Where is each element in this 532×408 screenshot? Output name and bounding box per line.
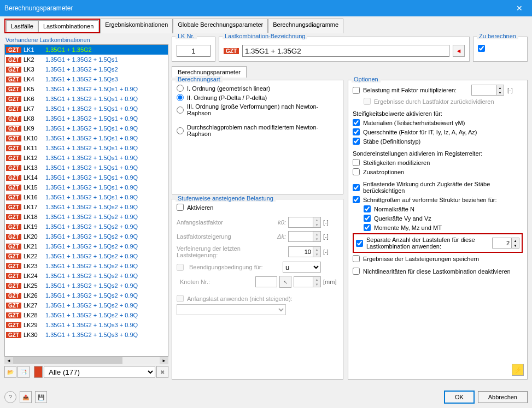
list-row[interactable]: GZTLK201.35G1 + 1.35G2 + 1.5Qs2 + 0.9Q	[5, 232, 168, 241]
lc-name: LK22	[22, 253, 44, 259]
tab-ergebniskombinationen[interactable]: Ergebniskombinationen	[100, 19, 173, 33]
check-aktivieren[interactable]: Aktivieren	[177, 203, 338, 212]
ok-button[interactable]: OK	[444, 391, 475, 404]
list-row[interactable]: GZTLK251.35G1 + 1.35G2 + 1.5Qs2 + 0.9Q	[5, 281, 168, 291]
list-row[interactable]: GZTLK11.35G1 + 1.35G2	[5, 45, 168, 55]
h-scroll-thumb[interactable]	[13, 357, 122, 364]
gzt-badge: GZT	[6, 67, 21, 73]
dropdown-arrow-icon[interactable]: ◄	[453, 45, 465, 57]
cancel-button[interactable]: Abbrechen	[478, 391, 528, 403]
list-row[interactable]: GZTLK21.35G1 + 1.35G2 + 1.5Qs1	[5, 55, 168, 64]
list-row[interactable]: GZTLK151.35G1 + 1.35G2 + 1.5Qs1 + 0.9Q	[5, 182, 168, 192]
folder-open-icon[interactable]: 📂	[4, 366, 16, 378]
list-row[interactable]: GZTLK261.35G1 + 1.35G2 + 1.5Qs2 + 0.9Q	[5, 291, 168, 300]
radio-ordnung-3[interactable]: III. Ordnung (große Verformungen) nach N…	[177, 102, 338, 117]
check-nichtlinear-deakt[interactable]: Nichtlinearitäten für diese Lastkombinat…	[353, 267, 523, 276]
lknr-title: LK Nr.	[176, 33, 197, 39]
list-row[interactable]: GZTLK41.35G1 + 1.35G2 + 1.5Qs3	[5, 74, 168, 84]
list-row[interactable]: GZTLK141.35G1 + 1.35G2 + 1.5Qs1 + 0.9Q	[5, 173, 168, 182]
check-ergebnisse-speichern[interactable]: Ergebnisse der Laststeigerungen speicher…	[353, 254, 523, 263]
spinner-laststufen[interactable]: 2▲▼	[492, 238, 519, 249]
list-row[interactable]: GZTLK161.35G1 + 1.35G2 + 1.5Qs1 + 0.9Q	[5, 192, 168, 202]
input-knoten[interactable]	[255, 276, 277, 287]
spinner-k0[interactable]: ▲▼	[288, 217, 321, 228]
check-materialien[interactable]: Materialien (Teilsicherheitsbeiwert γM)	[353, 118, 523, 127]
filter-combo[interactable]: Alle (177)	[44, 366, 155, 378]
color-box-icon[interactable]	[34, 366, 43, 378]
lc-name: LK19	[22, 223, 44, 230]
help-icon[interactable]: ?	[4, 391, 16, 403]
list-row[interactable]: GZTLK301.35G1 + 1.35G2 + 1.5Qs3 + 0.9Q	[5, 330, 168, 340]
list-row[interactable]: GZTLK71.35G1 + 1.35G2 + 1.5Qs1 + 0.9Q	[5, 104, 168, 114]
tab-lastkombinationen[interactable]: Lastkombinationen	[38, 20, 98, 32]
scroll-left-icon[interactable]: ◄	[4, 357, 13, 364]
scroll-right-icon[interactable]: ►	[160, 357, 168, 364]
check-zusatz[interactable]: Zusatzoptionen	[353, 167, 523, 176]
check-schnittgroessen[interactable]: Schnittgrößen auf verformte Struktur bez…	[353, 195, 523, 204]
lc-label: 1.35G1 + 1.35G2 + 1.5Qs2 + 0.9Q	[45, 233, 167, 240]
list-row[interactable]: GZTLK51.35G1 + 1.35G2 + 1.5Qs1 + 0.9Q	[5, 84, 168, 94]
list-row[interactable]: GZTLK241.35G1 + 1.35G2 + 1.5Qs2 + 0.9Q	[5, 271, 168, 281]
list-row[interactable]: GZTLK31.35G1 + 1.35G2 + 1.5Qs2	[5, 64, 168, 74]
lkbez-title: Lastkombination-Bezeichnung	[223, 33, 307, 39]
close-icon[interactable]: ✕	[511, 0, 528, 16]
gzt-badge: GZT	[6, 126, 21, 132]
lc-name: LK1	[22, 46, 44, 53]
radio-ordnung-2[interactable]: II. Ordnung (P-Delta / P-delta)	[177, 93, 338, 102]
list-row[interactable]: GZTLK61.35G1 + 1.35G2 + 1.5Qs1 + 0.9Q	[5, 94, 168, 104]
list-row[interactable]: GZTLK181.35G1 + 1.35G2 + 1.5Qs2 + 0.9Q	[5, 212, 168, 222]
check-beendigung	[177, 264, 184, 271]
folder-copy-icon[interactable]: 📑	[17, 366, 30, 378]
list-row[interactable]: GZTLK121.35G1 + 1.35G2 + 1.5Qs1 + 0.9Q	[5, 153, 168, 163]
check-steifigkeiten[interactable]: Steifigkeiten modifizieren	[353, 158, 523, 167]
export-icon[interactable]: 📤	[20, 391, 32, 403]
check-momente[interactable]: Momente My, Mz und MT	[353, 223, 523, 232]
list-row[interactable]: GZTLK101.35G1 + 1.35G2 + 1.5Qs1 + 0.9Q	[5, 133, 168, 143]
check-separate-laststufen[interactable]	[356, 240, 363, 247]
check-querschnitte[interactable]: Querschnitte (Faktor für IT, Iy, Iz, A, …	[353, 127, 523, 137]
tab-globale[interactable]: Globale Berechnungsparameter	[173, 19, 268, 33]
lc-name: LK27	[22, 302, 44, 309]
pick-icon[interactable]: ↖	[279, 276, 291, 288]
check-staebe[interactable]: Stäbe (Definitionstyp)	[353, 137, 523, 146]
list-row[interactable]: GZTLK111.35G1 + 1.35G2 + 1.5Qs1 + 0.9Q	[5, 143, 168, 153]
check-normalkraefte[interactable]: Normalkräfte N	[353, 204, 523, 214]
list-row[interactable]: GZTLK171.35G1 + 1.35G2 + 1.5Qs2 + 0.9Q	[5, 202, 168, 212]
spinner-dk[interactable]: ▲▼	[288, 231, 321, 242]
lightning-icon[interactable]: ⚡	[512, 364, 524, 376]
list-row[interactable]: GZTLK131.35G1 + 1.35G2 + 1.5Qs1 + 0.9Q	[5, 163, 168, 173]
radio-durchschlag[interactable]: Durchschlagproblem nach modifiziertem Ne…	[177, 123, 338, 138]
zu-checkbox[interactable]	[478, 45, 485, 52]
lc-label: 1.35G1 + 1.35G2 + 1.5Qs1 + 0.9Q	[45, 115, 167, 122]
radio-ordnung-1[interactable]: I. Ordnung (geometrisch linear)	[177, 84, 338, 93]
list-row[interactable]: GZTLK191.35G1 + 1.35G2 + 1.5Qs2 + 0.9Q	[5, 222, 168, 232]
lc-label: 1.35G1 + 1.35G2 + 1.5Qs2 + 0.9Q	[45, 292, 167, 299]
h-scrollbar[interactable]: ◄ ►	[4, 357, 168, 364]
lc-label: 1.35G1 + 1.35G2 + 1.5Qs1 + 0.9Q	[45, 155, 167, 161]
input-knoten-val[interactable]: ▲▼	[294, 276, 321, 287]
list-row[interactable]: GZTLK231.35G1 + 1.35G2 + 1.5Qs2 + 0.9Q	[5, 261, 168, 271]
list-row[interactable]: GZTLK211.35G1 + 1.35G2 + 1.5Qs2 + 0.9Q	[5, 241, 168, 251]
list-row[interactable]: GZTLK281.35G1 + 1.35G2 + 1.5Qs2 + 0.9Q	[5, 310, 168, 320]
highlight-separate-laststufen: Separate Anzahl der Laststufen für diese…	[353, 233, 523, 253]
lknr-input[interactable]	[177, 45, 211, 57]
check-faktor[interactable]	[353, 87, 360, 94]
tab-lastfaelle[interactable]: Lastfälle	[6, 20, 38, 32]
lkbez-input[interactable]	[242, 45, 449, 57]
list-row[interactable]: GZTLK271.35G1 + 1.35G2 + 1.5Qs2 + 0.9Q	[5, 300, 168, 310]
lc-label: 1.35G1 + 1.35G2 + 1.5Qs3	[45, 76, 167, 82]
select-beendigung[interactable]: u	[283, 262, 321, 273]
check-entlastende[interactable]: Entlastende Wirkung durch Zugkräfte der …	[353, 180, 523, 195]
check-querkraefte[interactable]: Querkräfte Vy and Vz	[353, 214, 523, 223]
spinner-faktor[interactable]: ▲▼	[471, 85, 504, 96]
list-row[interactable]: GZTLK81.35G1 + 1.35G2 + 1.5Qs1 + 0.9Q	[5, 114, 168, 123]
list-row[interactable]: GZTLK291.35G1 + 1.35G2 + 1.5Qs3 + 0.9Q	[5, 320, 168, 330]
delete-icon[interactable]: ✖	[156, 366, 168, 378]
list-row[interactable]: GZTLK91.35G1 + 1.35G2 + 1.5Qs1 + 0.9Q	[5, 123, 168, 133]
save-icon[interactable]: 💾	[35, 391, 47, 403]
gzt-badge: GZT	[6, 322, 21, 328]
tab-diagramme[interactable]: Berechnungsdiagramme	[268, 19, 343, 33]
gzt-badge: GZT	[6, 253, 21, 259]
list-row[interactable]: GZTLK221.35G1 + 1.35G2 + 1.5Qs2 + 0.9Q	[5, 251, 168, 261]
spinner-verfeinerung[interactable]: 10▲▼	[288, 246, 321, 257]
